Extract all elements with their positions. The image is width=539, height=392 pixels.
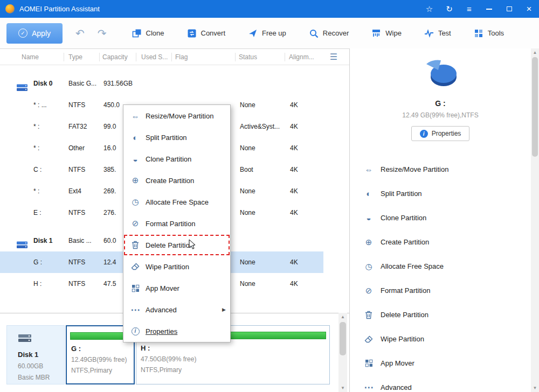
main-scrollbar[interactable]: ▲ ▼ — [531, 48, 539, 392]
scrollbar-thumb[interactable] — [340, 322, 346, 355]
create-icon — [364, 237, 374, 247]
column-options-icon[interactable]: ☰ — [327, 49, 341, 65]
header-separator — [64, 53, 64, 61]
disk-name: Disk 1 — [18, 351, 64, 359]
cell-capacity: 60.0 — [103, 230, 116, 251]
sidebar-action-format-partition[interactable]: Format Partition — [350, 278, 531, 303]
menu-item-label: Delete Partition — [146, 241, 194, 249]
toolbar-button-wipe[interactable]: Wipe — [360, 23, 413, 44]
toolbar-button-convert[interactable]: Convert — [176, 23, 237, 44]
column-header-capacity[interactable]: Capacity — [102, 49, 128, 65]
sidebar-action-delete-partition[interactable]: Delete Partition — [350, 303, 531, 327]
apply-button[interactable]: ✓ Apply — [6, 23, 63, 44]
action-label: Delete Partition — [381, 311, 429, 319]
maximize-icon — [507, 6, 512, 11]
column-header-flag[interactable]: Flag — [175, 49, 188, 65]
maximize-button[interactable] — [499, 0, 519, 18]
right-panel: G : 12.49 GB(99% free),NTFS i Properties… — [349, 48, 531, 392]
cell-alignment: 4K — [290, 180, 298, 202]
scroll-up-icon[interactable]: ▲ — [338, 313, 347, 321]
delete-icon — [130, 241, 140, 249]
cell-name: * : — [33, 137, 39, 159]
format-icon — [130, 219, 140, 228]
cell-capacity: 450.0 — [103, 94, 120, 116]
menu-item-app-mover[interactable]: App Mover — [123, 277, 230, 299]
menu-item-wipe-partition[interactable]: Wipe Partition — [123, 256, 230, 277]
menu-item-allocate-free-space[interactable]: Allocate Free Space — [123, 191, 230, 213]
sidebar-action-resize-move-partition[interactable]: Resize/Move Partition — [350, 157, 531, 181]
column-header-alignment[interactable]: Alignm... — [289, 49, 314, 65]
cell-name: G : — [33, 251, 42, 273]
sidebar-action-advanced[interactable]: Advanced — [350, 375, 531, 392]
action-label: App Mover — [381, 359, 414, 367]
clone-icon — [132, 29, 142, 38]
table-row-disk0[interactable]: Disk 0 Basic G... 931.56GB — [0, 73, 323, 94]
cell-type: FAT32 — [68, 116, 87, 137]
close-button[interactable]: × — [519, 0, 539, 18]
toolbar-button-tools[interactable]: Tools — [462, 23, 515, 44]
sidebar-action-split-partition[interactable]: Split Partition — [350, 181, 531, 206]
menu-item-label: Clone Partition — [146, 155, 191, 163]
properties-icon — [130, 327, 140, 335]
disk-map-scrollbar[interactable]: ▲ ▼ — [338, 313, 347, 392]
scrollbar-thumb[interactable] — [532, 57, 538, 157]
sidebar-action-clone-partition[interactable]: Clone Partition — [350, 206, 531, 230]
menu-item-split-partition[interactable]: Split Partition — [123, 127, 230, 148]
cell-status: None — [240, 251, 255, 273]
refresh-icon[interactable]: ↻ — [439, 0, 459, 18]
scroll-up-icon[interactable]: ▲ — [531, 48, 539, 57]
menu-item-label: App Mover — [146, 284, 179, 292]
cell-capacity: 12.4 — [103, 251, 116, 273]
menu-item-format-partition[interactable]: Format Partition — [123, 213, 230, 234]
menu-item-clone-partition[interactable]: Clone Partition — [123, 148, 230, 170]
column-header-name[interactable]: Name — [22, 49, 39, 65]
action-label: Format Partition — [381, 286, 430, 295]
selected-partition-name: G : — [350, 99, 531, 108]
scroll-down-icon[interactable]: ▼ — [338, 384, 347, 392]
toolbar-button-clone[interactable]: Clone — [121, 23, 176, 44]
cell-name: * : — [33, 116, 39, 137]
cell-status: Boot — [240, 159, 253, 180]
properties-button-label: Properties — [432, 130, 461, 137]
column-header-used[interactable]: Used S... — [141, 49, 168, 65]
minimize-button[interactable] — [479, 0, 499, 18]
menu-item-advanced[interactable]: Advanced ▶ — [123, 299, 230, 320]
submenu-arrow-icon: ▶ — [222, 307, 226, 312]
toolbar-button-freeup[interactable]: Free up — [237, 23, 298, 44]
sidebar-action-app-mover[interactable]: App Mover — [350, 351, 531, 375]
scroll-down-icon[interactable]: ▼ — [531, 384, 539, 392]
action-list: Resize/Move Partition Split Partition Cl… — [350, 157, 531, 392]
menu-item-properties[interactable]: Properties — [123, 320, 230, 342]
sidebar-action-wipe-partition[interactable]: Wipe Partition — [350, 327, 531, 351]
close-icon: × — [527, 4, 532, 13]
column-header-type[interactable]: Type — [68, 49, 82, 65]
partition-name: H : — [141, 344, 329, 352]
column-header-status[interactable]: Status — [239, 49, 257, 65]
cell-type: Basic ... — [68, 230, 92, 251]
info-icon: i — [420, 130, 428, 138]
minimize-icon — [486, 9, 492, 10]
menu-item-create-partition[interactable]: Create Partition — [123, 170, 230, 191]
hamburger-icon[interactable]: ≡ — [459, 0, 479, 18]
header-separator — [285, 53, 285, 61]
redo-icon[interactable]: ↷ — [98, 28, 107, 39]
cell-capacity: 931.56GB — [103, 73, 133, 94]
star-icon[interactable]: ☆ — [419, 0, 439, 18]
recover-icon — [309, 29, 319, 38]
menu-item-resize-move-partition[interactable]: Resize/Move Partition — [123, 105, 230, 127]
disk-map-disk1[interactable]: Disk 1 60.00GB Basic MBR — [6, 325, 65, 384]
format-icon — [364, 286, 374, 296]
selected-partition-info: 12.49 GB(99% free),NTFS — [350, 111, 531, 119]
action-label: Wipe Partition — [381, 335, 424, 343]
sidebar-action-create-partition[interactable]: Create Partition — [350, 230, 531, 254]
properties-button[interactable]: i Properties — [411, 126, 469, 141]
action-label: Split Partition — [381, 190, 422, 198]
sidebar-action-allocate-free-space[interactable]: Allocate Free Space — [350, 254, 531, 278]
undo-icon[interactable]: ↶ — [75, 28, 85, 39]
cell-capacity: 47.5 — [103, 273, 116, 295]
titlebar: AOMEI Partition Assistant ☆ ↻ ≡ × — [0, 0, 539, 18]
toolbar-button-test[interactable]: Test — [413, 23, 462, 44]
menu-item-delete-partition[interactable]: Delete Partition — [123, 234, 230, 256]
menu-item-label: Properties — [146, 327, 177, 335]
toolbar-button-recover[interactable]: Recover — [298, 23, 360, 44]
